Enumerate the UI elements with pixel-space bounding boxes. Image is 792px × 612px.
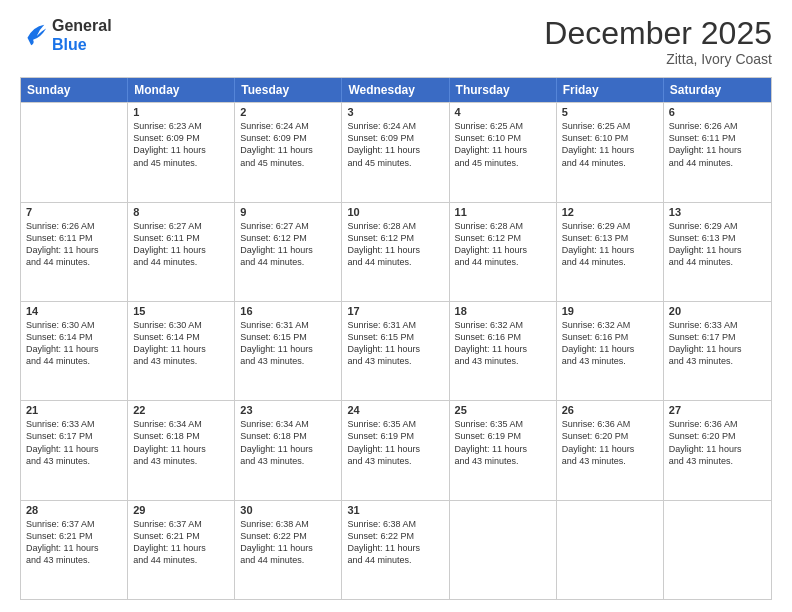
logo: General Blue (20, 16, 112, 54)
day-info: Sunrise: 6:35 AMSunset: 6:19 PMDaylight:… (455, 418, 551, 467)
day-info: Sunrise: 6:36 AMSunset: 6:20 PMDaylight:… (669, 418, 766, 467)
cal-cell-28: 28Sunrise: 6:37 AMSunset: 6:21 PMDayligh… (21, 501, 128, 599)
day-number: 19 (562, 305, 658, 317)
day-number: 28 (26, 504, 122, 516)
day-info: Sunrise: 6:38 AMSunset: 6:22 PMDaylight:… (240, 518, 336, 567)
day-info: Sunrise: 6:24 AMSunset: 6:09 PMDaylight:… (347, 120, 443, 169)
day-info: Sunrise: 6:30 AMSunset: 6:14 PMDaylight:… (26, 319, 122, 368)
day-number: 3 (347, 106, 443, 118)
page: General Blue December 2025 Zitta, Ivory … (0, 0, 792, 612)
day-info: Sunrise: 6:28 AMSunset: 6:12 PMDaylight:… (455, 220, 551, 269)
day-info: Sunrise: 6:28 AMSunset: 6:12 PMDaylight:… (347, 220, 443, 269)
day-number: 26 (562, 404, 658, 416)
day-info: Sunrise: 6:29 AMSunset: 6:13 PMDaylight:… (562, 220, 658, 269)
cal-cell-26: 26Sunrise: 6:36 AMSunset: 6:20 PMDayligh… (557, 401, 664, 499)
day-info: Sunrise: 6:31 AMSunset: 6:15 PMDaylight:… (347, 319, 443, 368)
cal-cell-15: 15Sunrise: 6:30 AMSunset: 6:14 PMDayligh… (128, 302, 235, 400)
day-number: 20 (669, 305, 766, 317)
day-number: 6 (669, 106, 766, 118)
day-info: Sunrise: 6:38 AMSunset: 6:22 PMDaylight:… (347, 518, 443, 567)
day-number: 31 (347, 504, 443, 516)
day-info: Sunrise: 6:36 AMSunset: 6:20 PMDaylight:… (562, 418, 658, 467)
day-number: 9 (240, 206, 336, 218)
cal-cell-2: 2Sunrise: 6:24 AMSunset: 6:09 PMDaylight… (235, 103, 342, 201)
day-info: Sunrise: 6:29 AMSunset: 6:13 PMDaylight:… (669, 220, 766, 269)
day-info: Sunrise: 6:37 AMSunset: 6:21 PMDaylight:… (26, 518, 122, 567)
cal-cell-empty-5 (557, 501, 664, 599)
cal-cell-12: 12Sunrise: 6:29 AMSunset: 6:13 PMDayligh… (557, 203, 664, 301)
cal-cell-8: 8Sunrise: 6:27 AMSunset: 6:11 PMDaylight… (128, 203, 235, 301)
day-number: 5 (562, 106, 658, 118)
month-title: December 2025 (544, 16, 772, 51)
day-number: 18 (455, 305, 551, 317)
day-of-week-saturday: Saturday (664, 78, 771, 102)
day-number: 30 (240, 504, 336, 516)
day-info: Sunrise: 6:24 AMSunset: 6:09 PMDaylight:… (240, 120, 336, 169)
cal-cell-6: 6Sunrise: 6:26 AMSunset: 6:11 PMDaylight… (664, 103, 771, 201)
cal-cell-9: 9Sunrise: 6:27 AMSunset: 6:12 PMDaylight… (235, 203, 342, 301)
cal-cell-27: 27Sunrise: 6:36 AMSunset: 6:20 PMDayligh… (664, 401, 771, 499)
day-number: 13 (669, 206, 766, 218)
day-info: Sunrise: 6:23 AMSunset: 6:09 PMDaylight:… (133, 120, 229, 169)
day-number: 27 (669, 404, 766, 416)
logo-text: General Blue (52, 16, 112, 54)
cal-cell-30: 30Sunrise: 6:38 AMSunset: 6:22 PMDayligh… (235, 501, 342, 599)
day-of-week-monday: Monday (128, 78, 235, 102)
title-block: December 2025 Zitta, Ivory Coast (544, 16, 772, 67)
day-number: 11 (455, 206, 551, 218)
day-number: 21 (26, 404, 122, 416)
week-row-1: 1Sunrise: 6:23 AMSunset: 6:09 PMDaylight… (21, 102, 771, 201)
day-info: Sunrise: 6:32 AMSunset: 6:16 PMDaylight:… (455, 319, 551, 368)
cal-cell-empty-4 (450, 501, 557, 599)
week-row-3: 14Sunrise: 6:30 AMSunset: 6:14 PMDayligh… (21, 301, 771, 400)
day-info: Sunrise: 6:27 AMSunset: 6:11 PMDaylight:… (133, 220, 229, 269)
day-number: 7 (26, 206, 122, 218)
day-number: 8 (133, 206, 229, 218)
cal-cell-22: 22Sunrise: 6:34 AMSunset: 6:18 PMDayligh… (128, 401, 235, 499)
cal-cell-5: 5Sunrise: 6:25 AMSunset: 6:10 PMDaylight… (557, 103, 664, 201)
day-info: Sunrise: 6:33 AMSunset: 6:17 PMDaylight:… (669, 319, 766, 368)
calendar-header: SundayMondayTuesdayWednesdayThursdayFrid… (21, 78, 771, 102)
day-info: Sunrise: 6:34 AMSunset: 6:18 PMDaylight:… (240, 418, 336, 467)
location: Zitta, Ivory Coast (544, 51, 772, 67)
day-number: 22 (133, 404, 229, 416)
day-info: Sunrise: 6:26 AMSunset: 6:11 PMDaylight:… (26, 220, 122, 269)
cal-cell-20: 20Sunrise: 6:33 AMSunset: 6:17 PMDayligh… (664, 302, 771, 400)
day-info: Sunrise: 6:30 AMSunset: 6:14 PMDaylight:… (133, 319, 229, 368)
cal-cell-21: 21Sunrise: 6:33 AMSunset: 6:17 PMDayligh… (21, 401, 128, 499)
cal-cell-18: 18Sunrise: 6:32 AMSunset: 6:16 PMDayligh… (450, 302, 557, 400)
day-of-week-wednesday: Wednesday (342, 78, 449, 102)
day-number: 16 (240, 305, 336, 317)
day-info: Sunrise: 6:25 AMSunset: 6:10 PMDaylight:… (455, 120, 551, 169)
day-of-week-tuesday: Tuesday (235, 78, 342, 102)
logo-icon (20, 21, 48, 49)
day-info: Sunrise: 6:27 AMSunset: 6:12 PMDaylight:… (240, 220, 336, 269)
day-info: Sunrise: 6:25 AMSunset: 6:10 PMDaylight:… (562, 120, 658, 169)
week-row-5: 28Sunrise: 6:37 AMSunset: 6:21 PMDayligh… (21, 500, 771, 599)
cal-cell-31: 31Sunrise: 6:38 AMSunset: 6:22 PMDayligh… (342, 501, 449, 599)
day-of-week-friday: Friday (557, 78, 664, 102)
day-number: 17 (347, 305, 443, 317)
day-number: 14 (26, 305, 122, 317)
calendar: SundayMondayTuesdayWednesdayThursdayFrid… (20, 77, 772, 600)
day-of-week-sunday: Sunday (21, 78, 128, 102)
day-info: Sunrise: 6:34 AMSunset: 6:18 PMDaylight:… (133, 418, 229, 467)
day-number: 25 (455, 404, 551, 416)
cal-cell-3: 3Sunrise: 6:24 AMSunset: 6:09 PMDaylight… (342, 103, 449, 201)
cal-cell-4: 4Sunrise: 6:25 AMSunset: 6:10 PMDaylight… (450, 103, 557, 201)
cal-cell-14: 14Sunrise: 6:30 AMSunset: 6:14 PMDayligh… (21, 302, 128, 400)
cal-cell-13: 13Sunrise: 6:29 AMSunset: 6:13 PMDayligh… (664, 203, 771, 301)
cal-cell-10: 10Sunrise: 6:28 AMSunset: 6:12 PMDayligh… (342, 203, 449, 301)
week-row-2: 7Sunrise: 6:26 AMSunset: 6:11 PMDaylight… (21, 202, 771, 301)
day-of-week-thursday: Thursday (450, 78, 557, 102)
day-number: 15 (133, 305, 229, 317)
calendar-body: 1Sunrise: 6:23 AMSunset: 6:09 PMDaylight… (21, 102, 771, 599)
day-number: 24 (347, 404, 443, 416)
day-number: 1 (133, 106, 229, 118)
day-info: Sunrise: 6:26 AMSunset: 6:11 PMDaylight:… (669, 120, 766, 169)
day-number: 29 (133, 504, 229, 516)
cal-cell-17: 17Sunrise: 6:31 AMSunset: 6:15 PMDayligh… (342, 302, 449, 400)
day-number: 4 (455, 106, 551, 118)
day-info: Sunrise: 6:31 AMSunset: 6:15 PMDaylight:… (240, 319, 336, 368)
day-info: Sunrise: 6:33 AMSunset: 6:17 PMDaylight:… (26, 418, 122, 467)
